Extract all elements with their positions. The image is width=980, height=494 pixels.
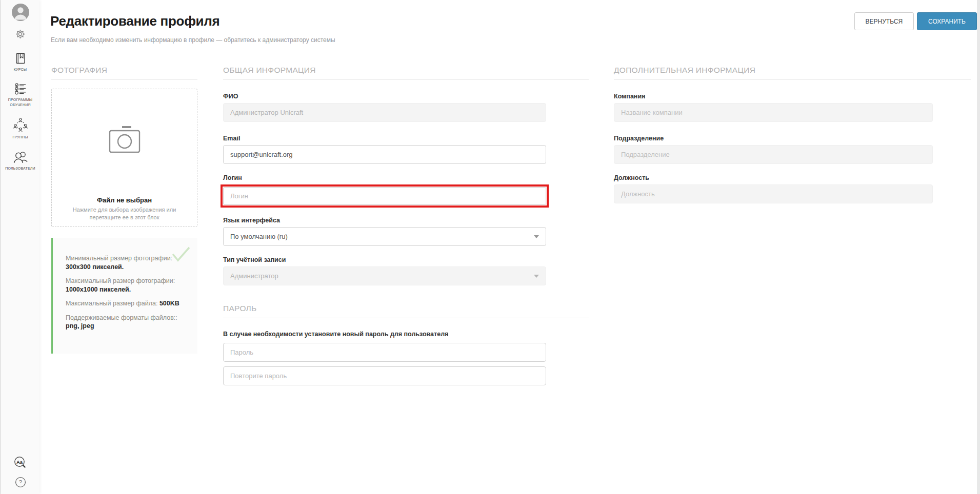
- checklist-icon: [14, 82, 27, 95]
- sidebar-item-label: ПРОГРАММЫ ОБУЧЕНИЯ: [3, 97, 38, 108]
- no-file-label: Файл не выбран: [97, 196, 152, 204]
- sidebar-bottom: Aa ?: [14, 456, 27, 494]
- requirement-item: Поддерживаемые форматы файлов:: png, jpe…: [66, 314, 187, 331]
- email-label: Email: [223, 135, 589, 142]
- back-button[interactable]: ВЕРНУТЬСЯ: [854, 12, 914, 30]
- main-content: Редактирование профиля Если вам необходи…: [39, 0, 977, 494]
- help-icon[interactable]: ?: [15, 477, 26, 488]
- account-type-select[interactable]: Администратор: [223, 266, 546, 285]
- login-field[interactable]: [223, 187, 546, 205]
- page-subtitle: Если вам необходимо изменить информацию …: [51, 36, 335, 44]
- svg-text:?: ?: [18, 479, 22, 485]
- camera-icon: [106, 125, 144, 154]
- chevron-down-icon: [534, 275, 539, 278]
- requirement-item: Максимальный размер файла: 500KB: [66, 299, 187, 308]
- sidebar: КУРСЫ ПРОГРАММЫ ОБУЧЕ: [1, 0, 39, 494]
- photo-section-title: ФОТОГРАФИЯ: [51, 66, 197, 80]
- photo-section: ФОТОГРАФИЯ Файл не выбран Нажмите для вы…: [51, 66, 197, 354]
- chevron-down-icon: [534, 235, 539, 238]
- photo-dropzone[interactable]: Файл не выбран Нажмите для выбора изобра…: [51, 89, 197, 227]
- general-section: ОБЩАЯ ИНФОРМАЦИЯ ФИО Email Логин Язык ин…: [223, 66, 589, 385]
- extra-section-title: ДОПОЛНИТЕЛЬНАЯ ИНФОРМАЦИЯ: [614, 66, 971, 80]
- password-repeat-field[interactable]: [223, 366, 546, 385]
- page-title: Редактирование профиля: [50, 13, 219, 29]
- settings-gear-icon[interactable]: [15, 29, 25, 39]
- sidebar-item-label: КУРСЫ: [14, 67, 27, 72]
- requirement-item: Минимальный размер фотографии: 300x300 п…: [66, 254, 187, 271]
- fio-field[interactable]: [223, 103, 546, 122]
- app-window: КУРСЫ ПРОГРАММЫ ОБУЧЕ: [1, 0, 977, 494]
- sidebar-item-programs[interactable]: ПРОГРАММЫ ОБУЧЕНИЯ: [3, 82, 38, 108]
- book-icon: [14, 52, 27, 65]
- account-type-label: Тип учётной записи: [223, 256, 589, 263]
- department-label: Подразделение: [614, 135, 971, 142]
- sidebar-item-label: ГРУППЫ: [12, 135, 28, 140]
- header-actions: ВЕРНУТЬСЯ СОХРАНИТЬ: [854, 12, 977, 30]
- department-field[interactable]: [614, 145, 933, 164]
- password-description: В случае необходимости установите новый …: [223, 331, 589, 338]
- dropzone-hint: Нажмите для выбора изображения или перет…: [73, 206, 176, 221]
- font-size-icon[interactable]: Aa: [14, 456, 27, 469]
- svg-text:Aa: Aa: [16, 459, 23, 465]
- login-label: Логин: [223, 174, 589, 181]
- group-circle-icon: [13, 117, 28, 133]
- avatar[interactable]: [12, 4, 29, 21]
- general-section-title: ОБЩАЯ ИНФОРМАЦИЯ: [223, 66, 589, 80]
- fio-label: ФИО: [223, 93, 589, 100]
- sidebar-nav: КУРСЫ ПРОГРАММЫ ОБУЧЕ: [3, 52, 38, 171]
- language-label: Язык интерфейса: [223, 217, 589, 224]
- requirement-item: Максимальный размер фотографии: 1000x100…: [66, 277, 187, 294]
- password-field[interactable]: [223, 343, 546, 362]
- sidebar-item-label: ПОЛЬЗОВАТЕЛИ: [5, 166, 35, 171]
- users-icon: [13, 150, 28, 164]
- language-select[interactable]: По умолчанию (ru): [223, 227, 546, 246]
- company-label: Компания: [614, 93, 971, 100]
- email-field[interactable]: [223, 145, 546, 164]
- sidebar-item-courses[interactable]: КУРСЫ: [3, 52, 38, 72]
- checkmark-icon: [171, 246, 191, 262]
- position-field[interactable]: [614, 184, 933, 203]
- company-field[interactable]: [614, 103, 933, 122]
- photo-requirements: Минимальный размер фотографии: 300x300 п…: [51, 238, 197, 354]
- sidebar-item-users[interactable]: ПОЛЬЗОВАТЕЛИ: [3, 150, 38, 171]
- save-button[interactable]: СОХРАНИТЬ: [917, 12, 977, 30]
- position-label: Должность: [614, 174, 971, 181]
- sidebar-item-groups[interactable]: ГРУППЫ: [3, 117, 38, 140]
- extra-section: ДОПОЛНИТЕЛЬНАЯ ИНФОРМАЦИЯ Компания Подра…: [614, 66, 971, 203]
- login-field-highlight: [221, 184, 549, 208]
- password-section-title: ПАРОЛЬ: [223, 304, 589, 318]
